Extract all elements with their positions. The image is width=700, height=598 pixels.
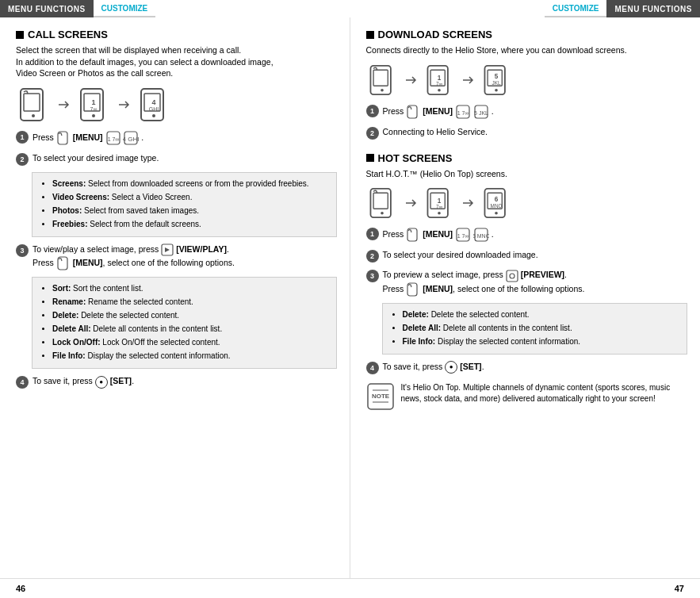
hot-phone-2: 1 7∞ xyxy=(423,187,455,219)
phone-icon-2: 1 7∞ xyxy=(76,87,111,122)
hot-phones: 1 7∞ 6 MNO xyxy=(366,187,688,219)
call-screens-phones: 1 7∞ 4 GHI xyxy=(16,87,337,122)
dl-key1: 1 7∞ xyxy=(455,104,471,120)
header-left: MENU FUNCTIONS CUSTOMIZE xyxy=(0,0,350,17)
hot-step-3: 3 To preview a select image, press [PREV… xyxy=(366,269,688,296)
page-header: MENU FUNCTIONS CUSTOMIZE CUSTOMIZE MENU … xyxy=(0,0,700,17)
dl-press-icon-1 xyxy=(406,105,420,119)
dl-arrow-2 xyxy=(461,74,474,86)
svg-text:1 7∞: 1 7∞ xyxy=(457,110,469,116)
hot-screens-title: HOT SCREENS xyxy=(366,152,688,164)
download-screens-desc: Connects directly to the Helio Store, wh… xyxy=(366,44,688,56)
set-key-right: ● xyxy=(445,361,457,374)
customize-tab-left: CUSTOMIZE xyxy=(94,0,156,17)
hot-press-1 xyxy=(406,228,420,242)
svg-point-48 xyxy=(495,212,498,215)
call-screens-title: CALL SCREENS xyxy=(16,29,337,40)
view-play-icon xyxy=(161,243,174,256)
svg-point-5 xyxy=(92,114,95,117)
svg-rect-21 xyxy=(373,70,388,86)
download-phones: 1 7∞ 5 JKL xyxy=(366,64,688,96)
hot-phone-1 xyxy=(366,187,398,219)
title-square xyxy=(16,31,24,39)
svg-text:7∞: 7∞ xyxy=(90,106,98,112)
svg-point-25 xyxy=(438,89,441,92)
title-square-2 xyxy=(366,31,374,39)
phone-icon-1 xyxy=(16,87,51,122)
svg-text:5 JKL: 5 JKL xyxy=(474,110,488,116)
svg-text:6 MNO: 6 MNO xyxy=(473,233,489,239)
svg-point-2 xyxy=(32,114,35,117)
main-content: CALL SCREENS Select the screen that will… xyxy=(0,17,700,578)
hot-screens-desc: Start H.O.T.™ (Helio On Top) screens. xyxy=(366,168,688,180)
phone-icon-3: 4 GHI xyxy=(136,87,171,122)
svg-text:GHI: GHI xyxy=(149,106,159,112)
svg-point-10 xyxy=(152,114,155,117)
call-screens-desc: Select the screen that will be displayed… xyxy=(16,44,337,79)
svg-point-57 xyxy=(510,274,514,278)
press-icon-1 xyxy=(56,131,71,145)
set-key-left: ● xyxy=(95,376,108,389)
header-right: CUSTOMIZE MENU FUNCTIONS xyxy=(350,0,701,17)
hot-step-1: 1 Press [MENU] 1 7∞ 6 MNO . xyxy=(366,227,688,243)
customize-tab-right: CUSTOMIZE xyxy=(545,0,607,17)
svg-text:MNO: MNO xyxy=(490,204,502,209)
page-footer: 46 47 xyxy=(0,578,700,598)
dl-step-2: 2 Connecting to Helio Service. xyxy=(366,126,688,140)
hot-step-4: 4 To save it, press ● [SET]. xyxy=(366,361,688,374)
note-icon-wrap: NOTE xyxy=(366,382,395,414)
dl-step-1: 1 Press [MENU] 1 7∞ 5 JKL . xyxy=(366,104,688,120)
svg-rect-1 xyxy=(24,94,40,111)
menu-key-icon-1: 1 7∞ xyxy=(105,130,121,146)
dl-phone-1 xyxy=(366,64,398,96)
arrow-icon-1 xyxy=(57,98,70,111)
svg-text:1 7∞: 1 7∞ xyxy=(457,233,469,239)
download-screens-title: DOWNLOAD SCREENS xyxy=(366,29,688,40)
title-square-3 xyxy=(366,154,374,162)
menu-functions-tab-left: MENU FUNCTIONS xyxy=(0,0,94,17)
svg-text:1 7∞: 1 7∞ xyxy=(107,136,119,142)
menu-functions-tab-right: MENU FUNCTIONS xyxy=(606,0,700,17)
hot-key6: 6 MNO xyxy=(473,227,489,243)
hot-press-3 xyxy=(406,282,420,297)
hot-phone-3: 6 MNO xyxy=(480,187,512,219)
arrow-icon-2 xyxy=(117,98,130,111)
svg-text:7∞: 7∞ xyxy=(435,81,442,86)
page-number-left: 46 xyxy=(16,584,25,593)
svg-rect-56 xyxy=(507,270,518,282)
step-1: 1 Press [MENU] 1 7∞ 4 GHI . xyxy=(16,130,337,146)
svg-text:4: 4 xyxy=(151,98,155,106)
hot-key1: 1 7∞ xyxy=(455,227,471,243)
hot-step-2: 2 To select your desired downloaded imag… xyxy=(366,249,688,263)
svg-text:1: 1 xyxy=(91,98,95,106)
hot-arrow-1 xyxy=(404,197,417,209)
key4-icon-1: 4 GHI xyxy=(123,130,139,146)
svg-text:NOTE: NOTE xyxy=(371,393,389,400)
step-2: 2 To select your desired image type. xyxy=(16,152,337,166)
press-icon-3 xyxy=(56,256,71,270)
note-icon: NOTE xyxy=(366,382,395,411)
note-text: It's Helio On Top. Multiple channels of … xyxy=(401,382,688,404)
note-box: NOTE It's Helio On Top. Multiple channel… xyxy=(366,382,688,414)
menu-options-info-box: Sort: Sort the content list. Rename: Ren… xyxy=(32,277,337,369)
left-column: CALL SCREENS Select the screen that will… xyxy=(0,17,350,578)
svg-point-43 xyxy=(438,212,441,215)
svg-text:4 GHI: 4 GHI xyxy=(123,136,139,143)
step-4: 4 To save it, press ● [SET]. xyxy=(16,375,337,389)
svg-text:5: 5 xyxy=(494,73,498,80)
svg-point-40 xyxy=(381,212,384,215)
dl-key5: 5 JKL xyxy=(473,104,489,120)
dl-phone-3: 5 JKL xyxy=(480,64,512,96)
right-column: DOWNLOAD SCREENS Connects directly to th… xyxy=(350,17,701,578)
svg-text:6: 6 xyxy=(494,197,498,204)
hot-arrow-2 xyxy=(461,197,474,209)
page-number-right: 47 xyxy=(675,584,684,593)
image-type-info-box: Screens: Select from downloaded screens … xyxy=(32,172,337,237)
svg-rect-39 xyxy=(373,194,388,209)
hot-options-info-box: Delete: Delete the selected content. Del… xyxy=(382,303,688,355)
preview-icon xyxy=(506,270,518,282)
svg-text:JKL: JKL xyxy=(492,80,500,86)
dl-arrow-1 xyxy=(404,74,417,86)
step-3: 3 To view/play a select image, press [VI… xyxy=(16,243,337,270)
svg-point-22 xyxy=(381,89,384,92)
